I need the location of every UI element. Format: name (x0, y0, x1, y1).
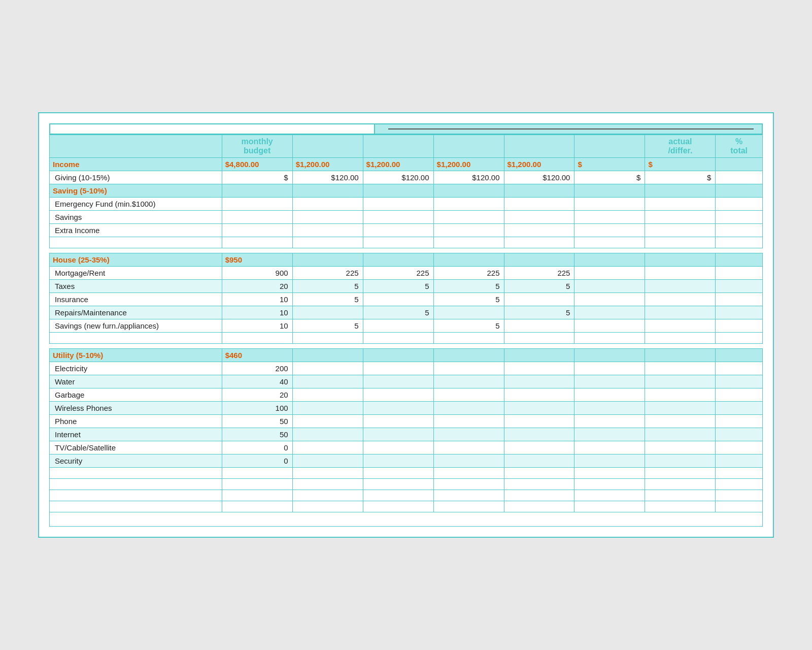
section-category: House (25-35%) (50, 253, 222, 267)
row-week4 (504, 402, 574, 415)
section-week1 (292, 349, 363, 362)
row-actual (645, 224, 716, 237)
row-week3: 5 (433, 280, 504, 293)
row-week3 (433, 454, 504, 468)
row-week2 (363, 333, 433, 344)
row-actual (645, 441, 716, 454)
row-pct (716, 224, 763, 237)
row-pct (716, 306, 763, 319)
row-actual (645, 362, 716, 375)
row-week4 (504, 428, 574, 441)
row-week1 (292, 454, 363, 468)
row-week4 (504, 211, 574, 224)
row-monthly: 10 (222, 319, 292, 333)
row-actual (645, 319, 716, 333)
row-week2 (363, 211, 433, 224)
row-category: Savings (50, 211, 222, 224)
row-week5 (574, 468, 645, 479)
row-actual (645, 468, 716, 479)
row-monthly: 20 (222, 280, 292, 293)
section-actual: $ (645, 158, 716, 171)
title-section (50, 124, 375, 134)
column-headers: monthlybudget actual/differ. %total (50, 135, 763, 158)
row-monthly: 40 (222, 375, 292, 388)
row-week1: 5 (292, 293, 363, 306)
row-week2: 5 (363, 306, 433, 319)
section-pct (716, 158, 763, 171)
row-pct (716, 468, 763, 479)
row-monthly: 50 (222, 415, 292, 428)
table-row (50, 490, 763, 501)
row-week5 (574, 501, 645, 512)
section-week3 (433, 349, 504, 362)
section-actual (645, 253, 716, 267)
section-header-row: Utility (5-10%) $460 (50, 349, 763, 362)
row-category (50, 501, 222, 512)
row-category (50, 333, 222, 344)
row-week5 (574, 319, 645, 333)
row-week2: 5 (363, 280, 433, 293)
row-week3: 5 (433, 293, 504, 306)
row-week2 (363, 415, 433, 428)
row-category: Taxes (50, 280, 222, 293)
section-header-row: Income $4,800.00 $1,200.00 $1,200.00 $1,… (50, 158, 763, 171)
row-actual (645, 280, 716, 293)
row-week4 (504, 501, 574, 512)
row-week2 (363, 293, 433, 306)
row-pct (716, 454, 763, 468)
row-week1: 225 (292, 267, 363, 280)
row-week2 (363, 375, 433, 388)
row-week4: 5 (504, 280, 574, 293)
row-week1 (292, 375, 363, 388)
row-monthly (222, 224, 292, 237)
row-monthly: 50 (222, 428, 292, 441)
row-week2 (363, 490, 433, 501)
section-category: Income (50, 158, 222, 171)
row-week3: 225 (433, 267, 504, 280)
row-actual (645, 198, 716, 211)
row-week3 (433, 479, 504, 490)
row-week1 (292, 479, 363, 490)
row-category: Phone (50, 415, 222, 428)
budget-page: monthlybudget actual/differ. %total Inco… (38, 112, 774, 538)
row-monthly: 200 (222, 362, 292, 375)
col-header-week3 (433, 135, 504, 158)
row-week1: 5 (292, 280, 363, 293)
row-category (50, 468, 222, 479)
row-week4 (504, 293, 574, 306)
row-week3: 5 (433, 319, 504, 333)
row-week3 (433, 501, 504, 512)
col-header-actual: actual/differ. (645, 135, 716, 158)
row-category (50, 490, 222, 501)
table-row (50, 237, 763, 248)
row-week5 (574, 267, 645, 280)
section-category: Utility (5-10%) (50, 349, 222, 362)
row-actual (645, 501, 716, 512)
row-week3 (433, 198, 504, 211)
row-actual (645, 388, 716, 402)
row-week5 (574, 441, 645, 454)
row-week3 (433, 468, 504, 479)
row-actual (645, 490, 716, 501)
row-week3 (433, 402, 504, 415)
row-category: TV/Cable/Satellite (50, 441, 222, 454)
row-week4: 225 (504, 267, 574, 280)
final-row (50, 512, 763, 527)
row-week5 (574, 479, 645, 490)
row-week2 (363, 198, 433, 211)
month-section (375, 124, 762, 134)
row-pct (716, 415, 763, 428)
row-week2 (363, 501, 433, 512)
row-week4 (504, 198, 574, 211)
row-category: Internet (50, 428, 222, 441)
section-week2 (363, 349, 433, 362)
row-pct (716, 428, 763, 441)
table-row: Electricity 200 (50, 362, 763, 375)
row-week1 (292, 388, 363, 402)
row-week4: $120.00 (504, 171, 574, 184)
row-week3 (433, 237, 504, 248)
row-category: Mortgage/Rent (50, 267, 222, 280)
section-week2 (363, 253, 433, 267)
table-row: Phone 50 (50, 415, 763, 428)
table-row: Garbage 20 (50, 388, 763, 402)
